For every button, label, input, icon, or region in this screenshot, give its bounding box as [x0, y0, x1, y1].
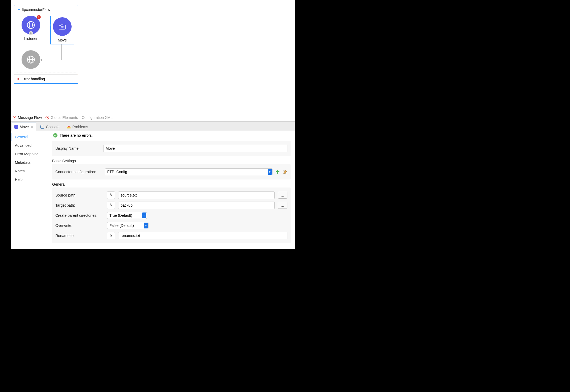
props-tab-console[interactable]: Console [38, 123, 62, 131]
properties-form: There are no errors. Display Name: Basic… [50, 131, 295, 249]
display-name-input[interactable] [103, 145, 287, 152]
overwrite-label: Overwrite: [55, 223, 104, 228]
flow-container[interactable]: ftpconnectorFlow ! Listener [14, 5, 78, 84]
connector-config-select[interactable]: FTP_Config [105, 168, 272, 175]
chevron-down-icon [18, 9, 20, 11]
connector-line [42, 60, 62, 60]
flow-canvas[interactable]: ftpconnectorFlow ! Listener [11, 0, 295, 114]
tab-label: Message Flow [18, 115, 42, 120]
create-parent-label: Create parent directories: [55, 213, 104, 218]
fx-button[interactable]: fx [107, 202, 115, 209]
connector-line [61, 44, 62, 60]
browse-target-button[interactable]: ... [278, 202, 287, 209]
move-tab-icon [14, 125, 18, 129]
error-x-icon [46, 116, 49, 119]
properties-side-nav: General Advanced Error Mapping Metadata … [11, 131, 50, 249]
tab-message-flow[interactable]: Message Flow [13, 115, 42, 120]
exchange-icon [29, 31, 33, 35]
flow-title: ftpconnectorFlow [22, 7, 50, 12]
close-icon[interactable]: × [31, 125, 33, 129]
nav-general[interactable]: General [11, 133, 50, 141]
rename-to-label: Rename to: [55, 233, 104, 238]
nav-advanced[interactable]: Advanced [11, 141, 50, 150]
create-parent-select[interactable]: True (Default) [107, 212, 147, 219]
overwrite-select[interactable]: False (Default) [107, 222, 148, 229]
browse-source-button[interactable]: ... [278, 192, 287, 199]
svg-rect-9 [67, 127, 71, 128]
validation-status: There are no errors. [52, 133, 291, 137]
status-text: There are no errors. [60, 133, 93, 137]
error-listener-node[interactable] [19, 50, 43, 69]
listener-label: Listener [19, 36, 43, 41]
nav-help[interactable]: Help [11, 175, 50, 184]
fx-button[interactable]: fx [107, 232, 115, 239]
tab-global-elements[interactable]: Global Elements [46, 115, 78, 120]
edit-config-button[interactable] [283, 169, 287, 174]
editor-tabs: Message Flow Global Elements Configurati… [11, 114, 295, 121]
svg-text:FTP: FTP [61, 26, 64, 28]
flow-header[interactable]: ftpconnectorFlow [14, 5, 78, 14]
add-config-button[interactable] [275, 169, 280, 174]
check-icon [53, 133, 57, 137]
tab-label: Console [46, 125, 59, 129]
lane-divider [45, 15, 45, 72]
general-section-title: General [52, 182, 291, 186]
error-x-icon [13, 116, 16, 119]
chevron-right-icon [18, 78, 19, 80]
move-node[interactable]: FTP Move [50, 16, 74, 44]
nav-error-mapping[interactable]: Error Mapping [11, 150, 50, 158]
globe-icon: ! [22, 16, 40, 34]
console-icon [40, 125, 44, 129]
display-name-label: Display Name: [55, 146, 100, 151]
source-path-input[interactable] [118, 191, 275, 199]
problems-icon [67, 125, 71, 129]
rename-to-input[interactable] [118, 232, 287, 239]
target-path-label: Target path: [55, 203, 104, 207]
listener-node[interactable]: ! Listener [19, 16, 43, 41]
props-tab-problems[interactable]: Problems [65, 123, 91, 131]
target-path-input[interactable] [118, 202, 275, 209]
connector-config-label: Connector configuration: [55, 170, 102, 174]
properties-tabs: Move × Console Problems [11, 122, 295, 131]
nav-metadata[interactable]: Metadata [11, 158, 50, 167]
ftp-folder-icon: FTP [53, 17, 72, 36]
tab-label: Global Elements [51, 115, 78, 120]
source-path-label: Source path: [55, 193, 104, 197]
tab-label: Move [20, 125, 29, 129]
nav-notes[interactable]: Notes [11, 167, 50, 175]
tab-label: Configuration XML [82, 115, 113, 120]
properties-pane: Move × Console Problems General Advanced… [11, 121, 295, 249]
flow-body[interactable]: ! Listener FTP Move [16, 14, 76, 73]
svg-rect-11 [276, 171, 279, 172]
move-label: Move [52, 38, 73, 42]
error-handling-header[interactable]: Error handling [14, 74, 78, 83]
tab-configuration-xml[interactable]: Configuration XML [82, 115, 113, 120]
error-badge-icon: ! [37, 15, 41, 19]
error-handling-label: Error handling [22, 77, 45, 81]
basic-settings-title: Basic Settings [52, 159, 291, 163]
props-tab-move[interactable]: Move × [12, 123, 36, 131]
fx-button[interactable]: fx [107, 191, 115, 199]
tab-label: Problems [72, 125, 88, 129]
globe-icon [22, 50, 40, 69]
arrow-left-icon [40, 59, 42, 61]
